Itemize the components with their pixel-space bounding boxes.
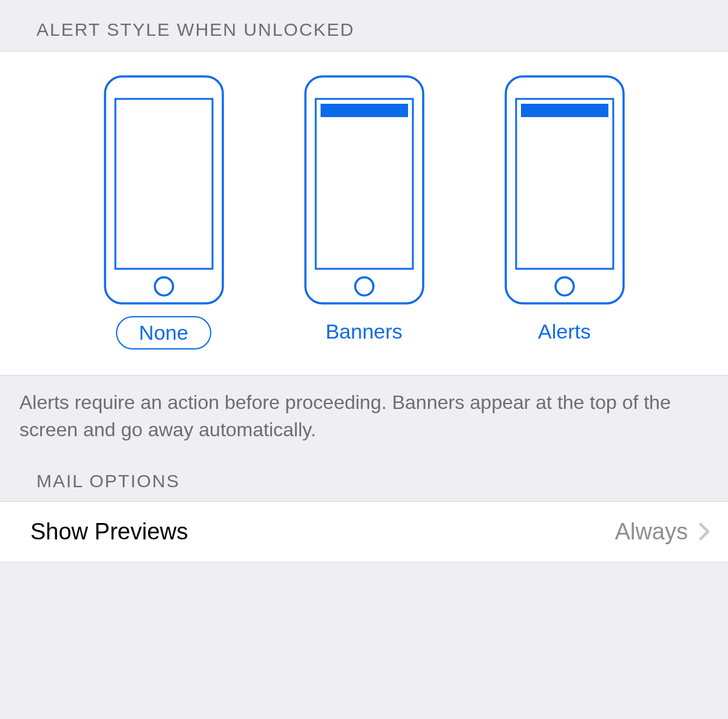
alert-style-label-none: None — [116, 316, 211, 349]
alert-style-footer-text: Alerts require an action before proceedi… — [0, 376, 728, 444]
bottom-spacer — [0, 562, 728, 605]
chevron-right-icon — [699, 522, 710, 541]
mail-options-section-header: MAIL OPTIONS — [0, 444, 728, 501]
alert-style-panel: None Banners Alerts — [0, 51, 728, 376]
alert-style-option-alerts[interactable]: Alerts — [504, 75, 625, 349]
alert-style-option-banners[interactable]: Banners — [304, 75, 425, 349]
show-previews-row[interactable]: Show Previews Always — [0, 501, 728, 562]
phone-alerts-icon — [504, 75, 625, 305]
show-previews-value-container: Always — [615, 519, 710, 545]
alert-style-option-none[interactable]: None — [103, 75, 225, 349]
alert-style-options-row: None Banners Alerts — [0, 52, 728, 375]
phone-none-icon — [103, 75, 225, 305]
show-previews-label: Show Previews — [30, 519, 188, 545]
svg-rect-5 — [321, 104, 408, 117]
svg-rect-9 — [521, 104, 608, 117]
alert-style-label-alerts: Alerts — [516, 316, 613, 347]
alert-style-label-banners: Banners — [304, 316, 424, 347]
show-previews-value: Always — [615, 519, 688, 545]
alert-style-section-header: ALERT STYLE WHEN UNLOCKED — [0, 0, 728, 51]
phone-banners-icon — [304, 75, 425, 305]
